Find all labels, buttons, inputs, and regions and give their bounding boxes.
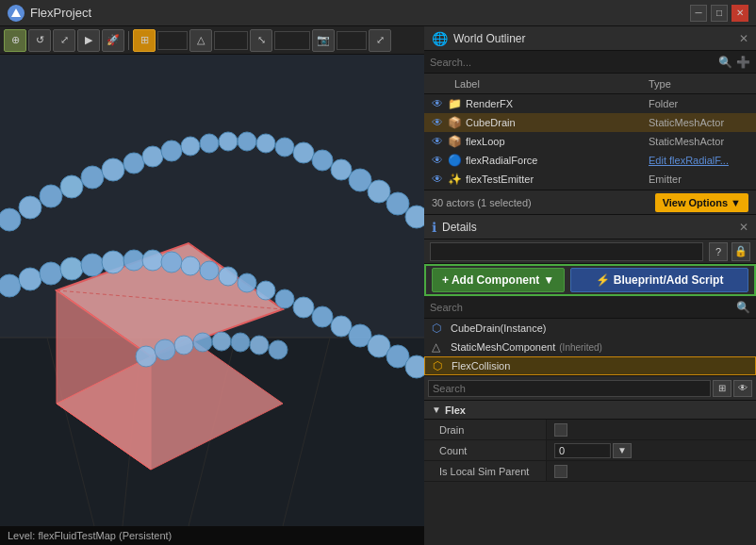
list-item[interactable]: ⬡ CubeDrain(Instance)	[424, 319, 756, 338]
svg-point-37	[40, 262, 62, 285]
list-item[interactable]: ⬡ FlexCollision	[424, 356, 756, 375]
angle-value-input[interactable]: 10°	[214, 31, 248, 50]
visibility-icon[interactable]: 👁	[428, 135, 447, 148]
scene-view[interactable]	[0, 55, 424, 526]
angle-snap-button[interactable]: △	[189, 29, 212, 52]
visibility-icon[interactable]: 👁	[428, 154, 447, 167]
translate-mode-button[interactable]: ⊕	[4, 29, 26, 52]
svg-point-51	[312, 306, 333, 327]
details-help-button[interactable]: ?	[709, 242, 728, 261]
item-name: RenderFX	[466, 98, 649, 109]
list-item[interactable]: 👁 📁 RenderFX Folder	[424, 94, 756, 113]
components-search-bar: 🔍	[424, 296, 756, 319]
rotate-mode-button[interactable]: ↺	[28, 29, 51, 52]
world-outliner-tab: 🌐 World Outliner ✕	[424, 26, 756, 51]
visibility-icon[interactable]: 👁	[428, 116, 447, 129]
blueprint-label: Blueprint/Add Script	[614, 273, 724, 287]
property-grid-view-button[interactable]: ⊞	[713, 380, 731, 397]
svg-point-30	[331, 159, 352, 180]
blueprint-icon: ⚡	[596, 273, 610, 287]
item-type-icon: 📦	[447, 135, 462, 148]
visibility-icon[interactable]: 👁	[428, 97, 447, 110]
list-item[interactable]: 👁 📦 CubeDrain StaticMeshActor	[424, 113, 756, 132]
list-item[interactable]: △ StaticMeshComponent (Inherited)	[424, 338, 756, 356]
list-item[interactable]: 👁 📦 flexLoop StaticMeshActor	[424, 132, 756, 151]
drain-checkbox[interactable]	[554, 423, 567, 437]
components-search-input[interactable]	[430, 302, 732, 313]
svg-point-59	[174, 336, 193, 355]
actors-count-label: 30 actors (1 selected)	[432, 197, 648, 208]
svg-point-56	[405, 355, 424, 378]
details-panel-icon: ℹ	[432, 220, 436, 235]
list-item[interactable]: 👁 ✨ flexTestEmitter Emitter	[424, 170, 756, 189]
scale-snap-button[interactable]: ⤡	[250, 29, 272, 52]
property-value	[547, 461, 756, 481]
property-value: ▼	[547, 440, 756, 460]
close-button[interactable]: ✕	[731, 5, 748, 22]
world-outliner-icon: 🌐	[432, 31, 448, 46]
camera-speed-button[interactable]: 📷	[312, 29, 335, 52]
flex-section-header[interactable]: ▼ Flex	[424, 401, 756, 420]
window-controls: ─ □ ✕	[690, 5, 748, 22]
svg-point-49	[275, 289, 294, 308]
svg-point-34	[405, 206, 424, 228]
item-type-icon: ✨	[447, 173, 462, 186]
item-type: StaticMeshActor	[649, 117, 752, 128]
launch-button[interactable]: 🚀	[102, 29, 124, 52]
count-input[interactable]	[554, 443, 611, 458]
details-close-button[interactable]: ✕	[739, 221, 748, 234]
scale-mode-button[interactable]: ⤢	[53, 29, 75, 52]
property-search-input[interactable]	[428, 380, 711, 397]
outliner-add-icon[interactable]: ➕	[736, 56, 750, 69]
svg-point-20	[142, 146, 163, 167]
play-button[interactable]: ▶	[77, 29, 100, 52]
svg-point-47	[238, 273, 256, 292]
svg-point-21	[161, 140, 182, 161]
local-sim-parent-checkbox[interactable]	[554, 465, 567, 478]
viewport[interactable]: ⊕ ↺ ⤢ ▶ 🚀 ⊞ 10 △ 10° ⤡ 0.25 📷 4 ⤢	[0, 26, 424, 545]
components-search-icon: 🔍	[736, 301, 750, 314]
outliner-search-input[interactable]	[430, 57, 715, 68]
scale-value-input[interactable]: 0.25	[274, 31, 310, 50]
view-options-arrow-icon: ▼	[731, 197, 741, 208]
camera-speed-value[interactable]: 4	[337, 31, 367, 50]
world-outliner-panel: 🌐 World Outliner ✕ 🔍 ➕ Label Type 👁 📁 Re…	[424, 26, 756, 215]
grid-snap-button[interactable]: ⊞	[133, 29, 156, 52]
maximize-viewport-button[interactable]: ⤢	[369, 29, 391, 52]
svg-point-60	[193, 333, 212, 352]
svg-point-25	[238, 132, 256, 151]
svg-point-33	[386, 192, 409, 215]
world-outliner-close-button[interactable]: ✕	[739, 32, 748, 45]
property-eye-button[interactable]: 👁	[733, 380, 752, 397]
properties-section: ⊞ 👁 ▼ Flex Drain Count	[424, 375, 756, 545]
details-lock-button[interactable]: 🔒	[731, 242, 750, 261]
component-icon: △	[432, 340, 447, 354]
maximize-button[interactable]: □	[711, 5, 728, 22]
component-icon: ⬡	[432, 322, 447, 335]
minimize-button[interactable]: ─	[690, 5, 707, 22]
section-collapse-icon: ▼	[432, 405, 441, 415]
svg-point-57	[136, 346, 156, 367]
component-inherited-label: (Inherited)	[559, 342, 602, 353]
grid-value-input[interactable]: 10	[157, 31, 188, 50]
svg-point-43	[161, 252, 182, 272]
svg-point-62	[231, 333, 250, 352]
outliner-column-header: Label Type	[424, 74, 756, 94]
property-row: Count ▼	[424, 440, 756, 461]
blueprint-add-script-button[interactable]: ⚡ Blueprint/Add Script	[570, 268, 748, 292]
count-expand-button[interactable]: ▼	[613, 443, 632, 458]
item-type: Edit flexRadialF...	[649, 155, 752, 166]
svg-point-27	[275, 138, 294, 157]
add-component-label: + Add Component	[442, 273, 539, 287]
list-item[interactable]: 👁 🔵 flexRadialForce Edit flexRadialF...	[424, 151, 756, 170]
visibility-icon[interactable]: 👁	[428, 173, 447, 186]
svg-point-19	[123, 153, 144, 173]
property-search-row: ⊞ 👁	[424, 376, 756, 401]
object-name-input[interactable]: CubeDrain	[430, 242, 703, 261]
view-options-button[interactable]: View Options ▼	[655, 193, 748, 212]
property-row: Drain	[424, 420, 756, 440]
add-component-button[interactable]: + Add Component ▼	[432, 268, 565, 292]
svg-point-63	[250, 336, 269, 355]
component-name: CubeDrain(Instance)	[451, 322, 547, 334]
item-type-icon: 📦	[447, 116, 462, 129]
